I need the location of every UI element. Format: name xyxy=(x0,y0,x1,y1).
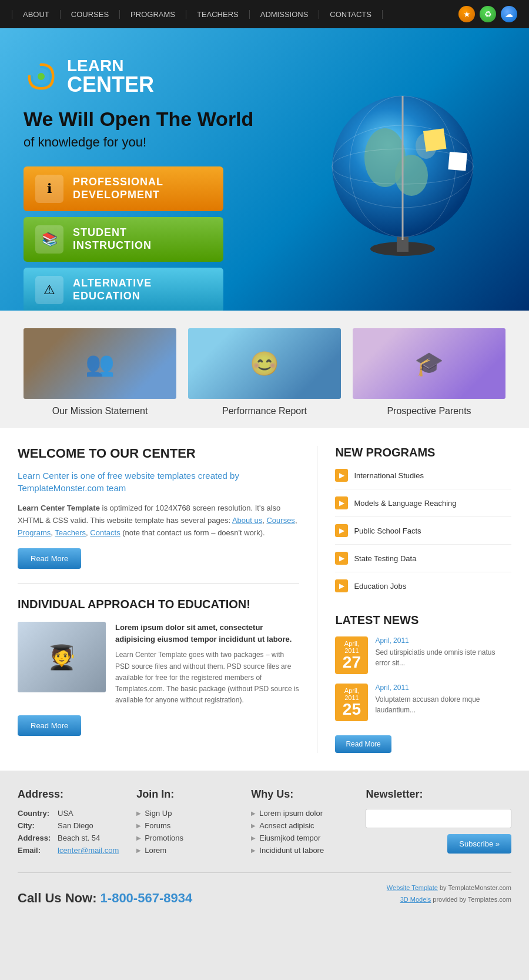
svg-rect-12 xyxy=(448,152,467,171)
footer-country-value: USA xyxy=(58,809,73,818)
news-day-2: 25 xyxy=(343,700,361,718)
news-month-2: April, 2011 xyxy=(337,687,366,701)
link-contacts[interactable]: Contacts xyxy=(90,528,120,537)
svg-point-5 xyxy=(395,155,428,196)
navigation: ABOUT COURSES PROGRAMS TEACHERS ADMISSIO… xyxy=(0,0,529,28)
welcome-read-more[interactable]: Read More xyxy=(18,548,81,569)
link-programs[interactable]: Programs xyxy=(18,528,51,537)
news-item-2: April, 2011 25 April, 2011 Voluptatem ac… xyxy=(335,684,511,721)
footer-join-heading: Join In: xyxy=(136,788,233,801)
social-icon-3[interactable]: ☁ xyxy=(501,6,517,22)
nav-links: ABOUT COURSES PROGRAMS TEACHERS ADMISSIO… xyxy=(12,10,383,19)
btn-professional[interactable]: ℹ PROFESSIONALDEVELOPMENT xyxy=(24,166,223,211)
welcome-link[interactable]: Learn Center is one of free website temp… xyxy=(18,469,299,494)
btn-student[interactable]: 📚 STUDENTINSTRUCTION xyxy=(24,217,223,262)
footer-join-col: Join In: ▶Sign Up ▶Forums ▶Promotions ▶L… xyxy=(136,788,233,858)
link-teachers[interactable]: Teachers xyxy=(55,528,86,537)
professional-icon: ℹ xyxy=(35,175,63,203)
program-item-2[interactable]: ▶ Models & Language Reaching xyxy=(335,496,511,517)
news-excerpt-2: Voluptatem accusan dolore mque laudantiu… xyxy=(375,694,511,715)
photo-item-performance[interactable]: 😊 Performance Report xyxy=(188,328,341,416)
footer-address-value: Beach st. 54 xyxy=(58,834,100,842)
footer-join-lorem[interactable]: ▶Lorem xyxy=(136,846,233,855)
photo-item-parents[interactable]: 🎓 Prospective Parents xyxy=(353,328,505,416)
main-content: WELCOME TO OUR CENTER Learn Center is on… xyxy=(0,428,529,771)
link-about[interactable]: About us xyxy=(232,516,262,525)
news-read-more[interactable]: Read More xyxy=(335,735,391,753)
link-courses[interactable]: Courses xyxy=(266,516,294,525)
nav-teachers[interactable]: TEACHERS xyxy=(186,10,250,19)
credit-line-1: Website Template by TemplateMonster.com xyxy=(387,882,511,894)
program-item-4[interactable]: ▶ State Testing Data xyxy=(335,552,511,572)
nav-contacts[interactable]: CONTACTS xyxy=(319,10,383,19)
footer-why-2[interactable]: ▶Acnsect adipisic xyxy=(251,821,348,830)
nav-programs[interactable]: PROGRAMS xyxy=(120,10,186,19)
program-item-5[interactable]: ▶ Education Jobs xyxy=(335,579,511,599)
footer-join-forums[interactable]: ▶Forums xyxy=(136,821,233,830)
arrow-icon: ▶ xyxy=(136,847,141,854)
footer-join-promotions[interactable]: ▶Promotions xyxy=(136,834,233,842)
footer-country-label: Country: xyxy=(18,809,53,818)
performance-icon: 😊 xyxy=(250,350,279,378)
main-left: WELCOME TO OUR CENTER Learn Center is on… xyxy=(18,446,299,753)
footer-city-row: City: San Diego xyxy=(18,821,119,830)
program-name-5: Education Jobs xyxy=(354,582,406,591)
program-item-3[interactable]: ▶ Public School Facts xyxy=(335,524,511,545)
footer-credits: Website Template by TemplateMonster.com … xyxy=(387,882,511,906)
footer-address-heading: Address: xyxy=(18,788,119,801)
arrow-icon: ▶ xyxy=(136,810,141,816)
footer-why-4[interactable]: ▶Incididunt ut labore xyxy=(251,846,348,855)
individual-text: Lorem ipsum dolor sit amet, consectetur … xyxy=(115,622,299,706)
footer-join-signup[interactable]: ▶Sign Up xyxy=(136,809,233,818)
news-link-1[interactable]: April, 2011 xyxy=(375,636,511,645)
photo-mission: 👥 xyxy=(24,328,176,399)
footer-top: Address: Country: USA City: San Diego Ad… xyxy=(18,788,511,858)
individual-read-more[interactable]: Read More xyxy=(18,715,81,736)
footer-city-value: San Diego xyxy=(58,821,93,830)
nav-about[interactable]: ABOUT xyxy=(12,10,61,19)
section-divider-1 xyxy=(18,583,299,584)
program-name-3: Public School Facts xyxy=(354,526,421,535)
social-icon-1[interactable]: ★ xyxy=(458,6,475,22)
footer-address-label: Address: xyxy=(18,834,53,842)
footer-why-3[interactable]: ▶Eiusmjkod tempor xyxy=(251,834,348,842)
news-excerpt-1: Sed utirspiciatis unde omnis iste natus … xyxy=(375,647,511,668)
hero-buttons: ℹ PROFESSIONALDEVELOPMENT 📚 STUDENTINSTR… xyxy=(24,166,223,311)
btn-professional-text: PROFESSIONALDEVELOPMENT xyxy=(73,176,163,201)
program-arrow-icon-2: ▶ xyxy=(335,496,348,509)
arrow-icon: ▶ xyxy=(251,835,256,841)
footer-newsletter-col: Newsletter: Subscribe » xyxy=(366,788,511,858)
program-arrow-icon-4: ▶ xyxy=(335,552,348,565)
phone-number[interactable]: 1-800-567-8934 xyxy=(101,891,193,905)
website-template-link[interactable]: Website Template xyxy=(387,884,438,891)
latest-news-title: LATEST NEWS xyxy=(335,614,511,627)
social-icon-2[interactable]: ♻ xyxy=(480,6,496,22)
photo-performance: 😊 xyxy=(188,328,341,399)
footer-email-link[interactable]: lcenter@mail.com xyxy=(58,846,119,855)
newsletter-input[interactable] xyxy=(366,809,511,828)
student-icon: 📚 xyxy=(35,225,63,254)
photo-item-mission[interactable]: 👥 Our Mission Statement xyxy=(24,328,176,416)
arrow-icon: ▶ xyxy=(136,835,141,841)
nav-admissions[interactable]: ADMISSIONS xyxy=(250,10,320,19)
news-link-2[interactable]: April, 2011 xyxy=(375,684,511,692)
photo-label-performance: Performance Report xyxy=(188,406,341,416)
program-name-1: International Studies xyxy=(354,471,424,480)
news-month-1: April, 2011 xyxy=(337,640,366,654)
btn-alternative-text: ALTERNATIVEEDUCATION xyxy=(73,277,152,302)
footer-why-1[interactable]: ▶Lorem ipsum dolor xyxy=(251,809,348,818)
program-arrow-icon-5: ▶ xyxy=(335,579,348,592)
subscribe-button[interactable]: Subscribe » xyxy=(447,834,511,854)
nav-courses[interactable]: COURSES xyxy=(61,10,120,19)
3d-models-link[interactable]: 3D Models xyxy=(400,896,431,903)
news-day-1: 27 xyxy=(343,653,361,671)
btn-alternative[interactable]: ⚠ ALTERNATIVEEDUCATION xyxy=(24,268,223,311)
arrow-icon: ▶ xyxy=(251,847,256,854)
footer-email-label: Email: xyxy=(18,846,53,855)
welcome-body: Learn Center Template is optimized for 1… xyxy=(18,502,299,539)
footer-bottom: Call Us Now: 1-800-567-8934 Website Temp… xyxy=(18,872,511,906)
program-item-1[interactable]: ▶ International Studies xyxy=(335,469,511,489)
footer-why-heading: Why Us: xyxy=(251,788,348,801)
globe-decoration xyxy=(294,46,511,293)
footer-city-label: City: xyxy=(18,821,53,830)
